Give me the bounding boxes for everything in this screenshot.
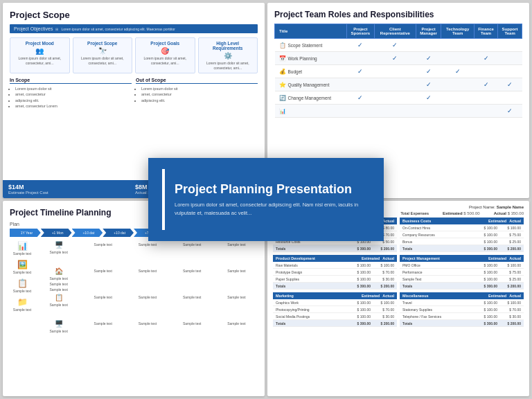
check-cell <box>498 91 522 105</box>
total-expenses-label: Total Expenses <box>400 211 429 215</box>
scope-card-reqs: High Level Requirements ⚙️ Lorem ipsum d… <box>198 37 258 73</box>
budget-row: Paper Supplies$ 100.00$ 30.00 <box>273 276 397 283</box>
objective-label: Project Objectives <box>14 26 53 31</box>
budget-total-row: Totals$ 300.00$ 200.00 <box>273 320 397 327</box>
timeline-grid: 🖥️Sample text Sample text Sample text Sa… <box>37 241 258 344</box>
card-mood-text: Lorem ipsum dolor sit amet, consectetur,… <box>13 56 66 65</box>
tl-cell: Sample text <box>126 320 168 344</box>
budget-row: Travel$ 100.00$ 100.00 <box>400 299 524 306</box>
col-technology-team: TechnologyTeam <box>441 24 474 39</box>
check-cell <box>375 105 416 118</box>
budget-section-pm: Project ManagementEstimatedActual PMO Of… <box>400 255 524 290</box>
timeline-icon-row: 🖼️ Sample text <box>10 260 35 274</box>
card-reqs-icon: ⚙️ <box>202 52 255 60</box>
check-cell <box>441 91 474 105</box>
arrow-4: +10 dat <box>103 229 134 237</box>
card-reqs-title: High Level Requirements <box>202 41 255 51</box>
check-cell <box>474 39 497 52</box>
table-row: 🔄Change Management ✓ ✓ <box>275 91 522 105</box>
budget-row: Performance$ 100.00$ 75.00 <box>400 269 524 276</box>
project-name-label: Project Name: <box>469 205 495 209</box>
arrow-3: +10 dat <box>72 229 103 237</box>
tl-cell: Sample text <box>215 294 258 318</box>
scope-sections: In Scope Lorem ipsum dolor sit amet, con… <box>10 78 258 109</box>
check-cell: ✓ <box>416 65 441 78</box>
card-scope-icon: 🔭 <box>76 47 130 55</box>
tl-cell: 🖥️Sample text <box>37 241 80 265</box>
table-row: ⭐Quality Management ✓ ✓ ✓ <box>275 78 522 91</box>
row-label: 📅Work Planning <box>275 52 347 65</box>
tl-cell: Sample text <box>215 267 258 292</box>
col-finance-team: FinanceTeam <box>474 24 497 39</box>
row-label: ⭐Quality Management <box>275 78 347 91</box>
table-row: 📋Scope Statement ✓ ✓ <box>275 39 522 52</box>
check-cell: ✓ <box>416 91 441 105</box>
check-cell <box>375 91 416 105</box>
section-header: MiscellaneousEstimatedActual <box>400 292 524 299</box>
check-cell <box>346 52 375 65</box>
tl-cell: Sample text <box>82 320 124 344</box>
row-label: 📊 <box>275 105 347 118</box>
roles-table: Title ProjectSponsors ClientRepresentati… <box>274 24 522 118</box>
in-scope-item: adipiscing elit. <box>15 98 132 103</box>
budget-section-product: Product DevelopmentEstimatedActual Raw M… <box>273 255 397 290</box>
check-cell: ✓ <box>375 52 416 65</box>
tl-cell: Sample text <box>171 294 213 318</box>
tl-cell: Sample text <box>215 320 258 344</box>
card-goals-icon: 🎯 <box>139 47 192 55</box>
col-project-sponsors: ProjectSponsors <box>346 24 375 39</box>
timeline-icon-label: Sample text <box>13 289 31 293</box>
col-client-rep: ClientRepresentative <box>375 24 416 39</box>
check-cell <box>441 52 474 65</box>
check-cell: ✓ <box>346 39 375 52</box>
scope-card-mood: Project Mood 👥 Lorem ipsum dolor sit ame… <box>10 37 70 73</box>
row-label: 💰Budget <box>275 65 347 78</box>
budget-row: Prototype Design$ 100.00$ 70.00 <box>273 269 397 276</box>
check-cell <box>346 105 375 118</box>
out-scope-section: Out of Scope Lorem ipsum dolor sit amet,… <box>136 78 258 109</box>
check-cell <box>375 65 416 78</box>
check-cell: ✓ <box>416 78 441 91</box>
out-scope-list: Lorem ipsum dolor sit amet, consectetur … <box>136 86 258 103</box>
timeline-icon-row: 📊 Sample text <box>10 241 35 256</box>
card-reqs-text: Lorem ipsum dolor sit amet, consectetur,… <box>202 61 255 70</box>
check-cell <box>416 39 441 52</box>
arrow-1: 1Y Year <box>10 229 41 237</box>
card-goals-title: Project Goals <box>139 41 192 46</box>
budget-row: Stationary Supplies$ 100.00$ 70.00 <box>400 306 524 313</box>
timeline-body: 📊 Sample text 🖼️ Sample text 📋 Sample te… <box>10 241 258 344</box>
check-cell <box>498 39 522 52</box>
budget-row: Sample Text$ 100.00$ 25.00 <box>400 276 524 283</box>
center-overlay: Project Planning Presentation Lorem ipsu… <box>148 158 384 241</box>
check-cell <box>441 105 474 118</box>
out-scope-item: amet, consectetur <box>141 91 258 97</box>
check-cell <box>498 52 522 65</box>
check-cell: ✓ <box>346 65 375 78</box>
check-cell <box>346 78 375 91</box>
budget-total-row: Totals$ 300.00$ 200.00 <box>273 245 397 252</box>
tl-cell: Sample text <box>126 241 168 265</box>
tl-cell: Sample text <box>215 241 258 265</box>
col-project-manager: ProjectManager <box>416 24 441 39</box>
objective-bar: Project Objectives ⊞ Lorem ipsum dolor s… <box>10 24 258 33</box>
budget-row: PMO Office$ 100.00$ 100.00 <box>400 262 524 269</box>
budget-section-marketing: MarketingEstimatedActual Graphics Work$ … <box>273 292 397 327</box>
timeline-icon: 📊 <box>17 241 28 251</box>
in-scope-title: In Scope <box>10 78 132 84</box>
in-scope-item: Lorem ipsum dolor sit <box>15 86 132 91</box>
budget-row: Bonus$ 100.00$ 25.00 <box>400 238 524 245</box>
timeline-icon-row: 📁 Sample text <box>10 297 35 312</box>
row-label: 📋Scope Statement <box>275 39 347 52</box>
tl-cell: 🖥️Sample text <box>37 320 80 344</box>
tl-cell: 📋Sample text <box>37 294 80 318</box>
card-mood-title: Project Mood <box>13 41 66 46</box>
tl-cell: Sample text <box>82 267 124 292</box>
scope-card-goals: Project Goals 🎯 Lorem ipsum dolor sit am… <box>135 37 195 73</box>
timeline-icon: 🖼️ <box>17 260 28 269</box>
overlay-bar <box>162 169 165 230</box>
card-mood-icon: 👥 <box>13 47 66 55</box>
budget-row: Telephone / Fax Services$ 100.00$ 30.00 <box>400 313 524 320</box>
timeline-icon-label: Sample text <box>13 270 31 274</box>
stat-cost: $14M Estimate Project Cost <box>8 184 132 195</box>
in-scope-item: amet, consectetur Lorem <box>15 103 132 109</box>
